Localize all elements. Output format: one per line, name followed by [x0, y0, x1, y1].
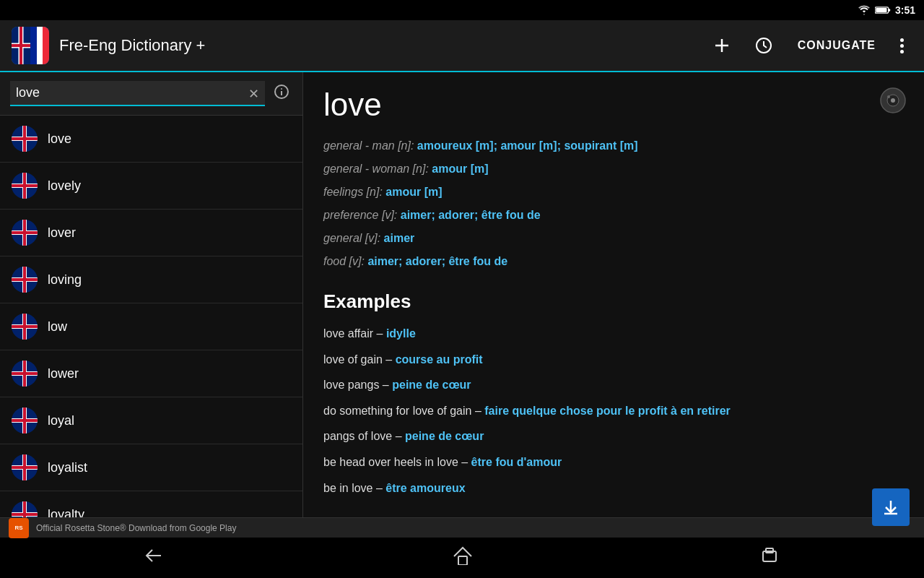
- example-fr: peine de cœur: [405, 430, 484, 442]
- def-category: general - woman [n]:: [323, 163, 429, 175]
- list-item[interactable]: love: [0, 116, 302, 163]
- list-item[interactable]: loving: [0, 256, 302, 303]
- flag-icon: [12, 173, 38, 199]
- word-label: love: [48, 131, 71, 147]
- example-item: be in love – être amoureux: [323, 479, 904, 498]
- info-button[interactable]: [271, 81, 292, 106]
- word-label: lower: [48, 366, 79, 381]
- flag-icon: [12, 361, 38, 387]
- speaker-button[interactable]: [879, 87, 907, 116]
- def-translations: amoureux [m]; amour [m]; soupirant [m]: [417, 139, 638, 152]
- word-label: low: [48, 319, 67, 335]
- flag-icon: [12, 267, 38, 293]
- ad-bar: RS Official Rosetta Stone® Download from…: [0, 517, 924, 538]
- def-translations: amour [m]: [385, 186, 442, 198]
- def-category: general [v]:: [323, 232, 380, 244]
- def-translations: amour [m]: [432, 163, 488, 175]
- ad-text: Official Rosetta Stone® Download from Go…: [36, 523, 236, 533]
- word-label: lovely: [48, 178, 81, 194]
- search-bar: ✕: [0, 72, 302, 116]
- word-label: loving: [48, 272, 82, 288]
- def-category: feelings [n]:: [323, 186, 383, 198]
- svg-point-8: [281, 88, 282, 90]
- example-en: pangs of love: [323, 430, 392, 442]
- example-en: love pangs: [323, 379, 379, 391]
- home-button[interactable]: [435, 540, 490, 575]
- definition-row: general - man [n]: amoureux [m]; amour […: [323, 134, 904, 158]
- example-item: love pangs – peine de cœur: [323, 376, 904, 394]
- history-button[interactable]: [746, 30, 782, 61]
- example-en: do something for love of gain: [323, 405, 471, 417]
- example-item: pangs of love – peine de cœur: [323, 427, 904, 446]
- example-item: love affair – idylle: [323, 324, 904, 343]
- back-button[interactable]: [126, 541, 183, 574]
- def-category: preference [v]:: [323, 209, 397, 221]
- definition-row: preference [v]: aimer; adorer; être fou …: [323, 204, 904, 227]
- list-item[interactable]: lovely: [0, 163, 302, 210]
- definition-row: general [v]: aimer: [323, 227, 904, 250]
- example-fr: être fou d'amour: [471, 456, 562, 468]
- bottom-nav: [0, 538, 924, 578]
- add-button[interactable]: [704, 30, 740, 61]
- word-label: loyal: [48, 413, 74, 428]
- example-fr: peine de cœur: [392, 379, 471, 391]
- example-item: do something for love of gain – faire qu…: [323, 402, 904, 420]
- flag-icon: [12, 454, 38, 480]
- list-item[interactable]: loyalist: [0, 444, 302, 491]
- example-en: love of gain: [323, 353, 383, 366]
- example-en: be head over heels in love: [323, 456, 458, 468]
- list-item[interactable]: low: [0, 303, 302, 350]
- def-translations: aimer: [384, 232, 415, 244]
- right-panel: love general - man [n]: amoureux [m]; am…: [303, 72, 924, 538]
- list-item[interactable]: lower: [0, 350, 302, 397]
- list-item[interactable]: loyal: [0, 397, 302, 444]
- svg-point-11: [891, 98, 895, 103]
- more-options-button[interactable]: [892, 33, 912, 59]
- clear-button[interactable]: ✕: [248, 87, 259, 100]
- example-fr: faire quelque chose pour le profit à en …: [484, 405, 731, 417]
- definition-row: food [v]: aimer; adorer; être fou de: [323, 250, 904, 273]
- status-icons: 3:51: [858, 4, 915, 16]
- recents-button[interactable]: [743, 541, 798, 574]
- search-input[interactable]: [10, 81, 265, 106]
- example-item: be head over heels in love – être fou d'…: [323, 453, 904, 472]
- example-fr: course au profit: [396, 353, 483, 366]
- download-fab[interactable]: [872, 488, 910, 526]
- search-input-wrapper: ✕: [10, 81, 265, 106]
- svg-rect-2: [889, 9, 891, 11]
- def-category: food [v]:: [323, 255, 365, 267]
- example-en: love affair: [323, 327, 373, 340]
- examples-container: love affair – idyllelove of gain – cours…: [323, 324, 904, 497]
- flag-icon: [12, 126, 38, 152]
- top-bar: Fre-Eng Dictionary + CONJUGATE: [0, 20, 924, 72]
- example-fr: idylle: [386, 327, 416, 340]
- word-heading: love: [323, 87, 904, 123]
- status-bar: 3:51: [0, 0, 924, 20]
- svg-rect-15: [458, 556, 467, 565]
- list-item[interactable]: lover: [0, 210, 302, 256]
- battery-icon: [875, 6, 891, 14]
- app-logo: [12, 27, 49, 64]
- definitions: general - man [n]: amoureux [m]; amour […: [323, 134, 904, 273]
- definition-row: general - woman [n]: amour [m]: [323, 158, 904, 181]
- word-label: lover: [48, 225, 76, 241]
- definition-row: feelings [n]: amour [m]: [323, 181, 904, 204]
- examples-section: Examples love affair – idyllelove of gai…: [323, 290, 904, 497]
- top-bar-actions: CONJUGATE: [704, 30, 912, 61]
- main-content: ✕ love lovely: [0, 72, 924, 538]
- example-item: love of gain – course au profit: [323, 350, 904, 369]
- left-panel: ✕ love lovely: [0, 72, 303, 538]
- conjugate-button[interactable]: CONJUGATE: [788, 33, 886, 58]
- example-fr: être amoureux: [385, 482, 465, 494]
- svg-point-12: [887, 95, 890, 98]
- examples-heading: Examples: [323, 290, 904, 313]
- word-label: loyalist: [48, 460, 87, 475]
- wifi-icon: [858, 5, 871, 15]
- rosetta-logo: RS: [9, 518, 29, 538]
- def-category: general - man [n]:: [323, 139, 414, 152]
- def-translations: aimer; adorer; être fou de: [401, 209, 541, 221]
- def-translations: aimer; adorer; être fou de: [367, 255, 507, 267]
- flag-icon: [12, 220, 38, 246]
- status-time: 3:51: [895, 4, 915, 16]
- svg-rect-1: [876, 8, 886, 12]
